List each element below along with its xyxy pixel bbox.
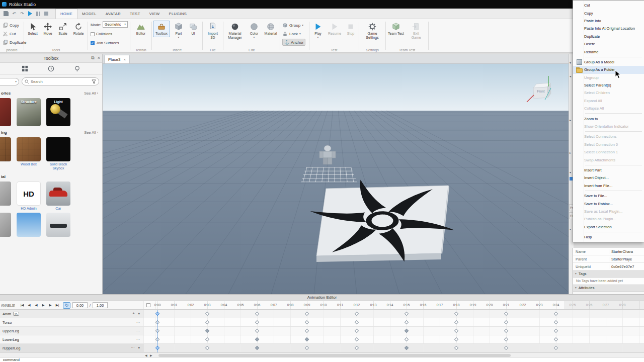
keyframe-diamond[interactable] [504, 329, 508, 333]
keyframe-diamond[interactable] [504, 337, 508, 341]
menu-item-rename[interactable]: Rename [573, 48, 644, 55]
menu-item-duplicate[interactable]: Duplicate [573, 33, 644, 40]
menu-item-save-as-local-plugin[interactable]: Save as Local Plugin... [573, 208, 644, 215]
play-button[interactable]: ▶ [47, 302, 54, 309]
chevron-right-icon[interactable]: ▸ [570, 151, 571, 154]
keyframe-diamond[interactable] [255, 346, 259, 350]
pause-icon[interactable] [34, 10, 42, 18]
property-row-name[interactable]: Name StarterChara [573, 248, 644, 255]
track-lane[interactable] [143, 344, 644, 352]
menu-item-insert-object[interactable]: Insert Object... [573, 174, 644, 182]
keyframe-diamond[interactable] [305, 329, 309, 333]
tab-avatar[interactable]: AVATAR [101, 9, 125, 19]
move-tool-button[interactable]: Move [41, 21, 55, 37]
toolbox-filter-dropdown[interactable]: ▾ [0, 78, 19, 85]
menu-item-expand-all[interactable]: Expand All [573, 97, 644, 105]
keyframe-diamond[interactable] [205, 312, 209, 316]
keyframe-diamond[interactable] [355, 337, 359, 341]
keyframe-diamond[interactable] [205, 320, 209, 324]
command-bar[interactable]: command [0, 357, 644, 362]
keyframe-diamond[interactable] [305, 337, 309, 341]
color-button[interactable]: Color▾ [248, 21, 261, 40]
filter-funnel-icon[interactable] [92, 79, 96, 84]
keyframe-diamond[interactable] [554, 329, 558, 333]
frame-back-button[interactable]: ◀ [33, 302, 40, 309]
toolbox-item-label[interactable]: Solid Black Skybox [46, 162, 70, 170]
keyframe-diamond[interactable] [454, 312, 458, 316]
toolbox-item[interactable]: Wood Box [17, 137, 41, 170]
keyframe-diamond[interactable] [205, 346, 209, 350]
keyframe-diamond[interactable] [405, 329, 409, 333]
ui-button[interactable]: UI [187, 21, 199, 37]
menu-item-group-as-a-model[interactable]: Group As a Model [573, 58, 644, 66]
keyframe-diamond[interactable] [405, 346, 409, 350]
document-tab-place3[interactable]: Place3 × [104, 55, 130, 63]
chevron-right-icon[interactable]: ▸ [570, 118, 571, 122]
search-box[interactable] [22, 77, 99, 85]
toolbox-panel-header[interactable]: Toolbox ⧉ × [0, 54, 102, 63]
track-header[interactable]: LowerLeg··· [0, 335, 143, 343]
toolbox-item[interactable]: Solid Black Skybox [46, 137, 70, 170]
keyframe-diamond[interactable] [554, 312, 558, 316]
keyframe-diamond[interactable] [554, 337, 558, 341]
play-button[interactable]: Play▾ [311, 21, 325, 40]
menu-item-swap-attachments[interactable]: Swap Attachments [573, 156, 644, 163]
lock-button[interactable]: Lock▾ [282, 30, 301, 37]
float-panel-icon[interactable]: ⧉ [91, 55, 94, 61]
keyframe-diamond[interactable] [255, 337, 259, 341]
menu-item-save-to-roblox[interactable]: Save to Roblox... [573, 200, 644, 207]
tab-view[interactable]: VIEW [145, 9, 165, 19]
keyframe-diamond[interactable] [554, 320, 558, 324]
keyframe-diamond[interactable] [255, 312, 259, 316]
tab-plugins[interactable]: PLUGINS [165, 9, 192, 19]
toolbox-item[interactable] [46, 213, 70, 237]
duration-field[interactable]: 1:00 [93, 302, 108, 308]
property-value[interactable]: 0c0e67e07e7 [609, 264, 644, 269]
3d-scene[interactable]: Front [103, 64, 569, 294]
track-caret-icon[interactable]: ▾ [138, 346, 140, 350]
track-header[interactable]: Torso··· [0, 318, 143, 326]
keyframe-diamond[interactable] [405, 320, 409, 324]
recent-clock-icon[interactable] [48, 65, 54, 72]
game-settings-button[interactable]: Game Settings [362, 21, 383, 41]
property-value[interactable]: StarterPlaye [609, 257, 644, 261]
menu-item-select-children[interactable]: Select Children [573, 89, 644, 97]
menu-item-select-connections[interactable]: Select Connections [573, 133, 644, 140]
cut-button[interactable]: Cut [3, 30, 16, 37]
see-all-link[interactable]: See All› [84, 91, 98, 96]
keyframe-diamond[interactable] [454, 346, 458, 350]
menu-item-publish-as-plugin[interactable]: Publish as Plugin... [573, 215, 644, 223]
keyframe-diamond[interactable] [305, 320, 309, 324]
exit-game-button[interactable]: Exit Game [407, 21, 425, 41]
rotate-tool-button[interactable]: Rotate [71, 21, 86, 37]
keyframe-diamond[interactable] [454, 320, 458, 324]
skip-start-button[interactable]: |◀ [19, 302, 26, 309]
select-tool-button[interactable]: Select [26, 21, 40, 37]
keyframe-diamond[interactable] [205, 329, 209, 333]
close-icon[interactable]: × [98, 55, 100, 61]
current-time-field[interactable]: 0:00 [72, 302, 88, 308]
toolbox-item[interactable] [0, 137, 11, 170]
toolbox-item-label[interactable]: Car [46, 207, 70, 211]
menu-item-zoom-to[interactable]: Zoom to [573, 115, 644, 122]
frame-fwd-button[interactable]: ▶ [40, 302, 47, 309]
decal-platform-part[interactable] [310, 179, 454, 262]
track-lane[interactable] [143, 310, 644, 318]
property-row-uniqueid[interactable]: UniqueId 0c0e67e07e7 [573, 263, 644, 270]
keyframe-diamond[interactable] [355, 312, 359, 316]
close-icon[interactable]: × [123, 57, 126, 62]
menu-item-help[interactable]: Help [573, 233, 644, 241]
team-test-button[interactable]: Team Test [387, 21, 405, 37]
menu-item-group-as-a-folder[interactable]: Group As a Folder [573, 66, 644, 73]
toolbox-item-label[interactable]: Wood Box [17, 162, 41, 166]
menu-item-select-connection-0[interactable]: Select Connection 0 [573, 141, 644, 148]
chevron-left-icon[interactable]: ◂ [570, 74, 571, 78]
chevron-down-icon[interactable]: ▾ [570, 61, 571, 64]
menu-item-delete[interactable]: Delete [573, 40, 644, 48]
keyframe-diamond[interactable] [504, 312, 508, 316]
toolbox-item[interactable]: Light [46, 98, 70, 126]
creations-bulb-icon[interactable] [74, 65, 80, 72]
part-button[interactable]: Part▾ [172, 21, 185, 40]
material-manager-button[interactable]: Material Manager [224, 21, 246, 41]
collisions-checkbox[interactable]: Collisions [91, 32, 112, 36]
